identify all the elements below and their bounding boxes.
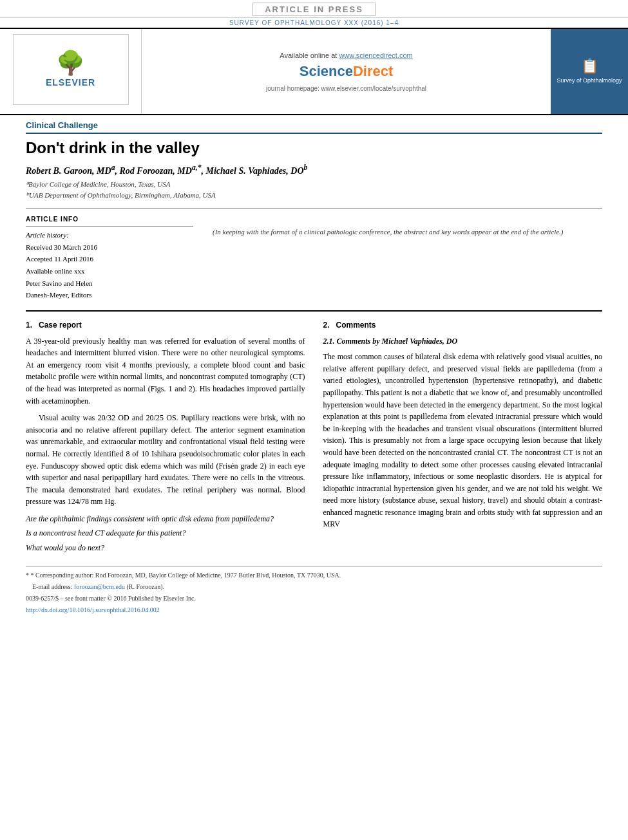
- section2-num: 2.: [323, 321, 330, 330]
- info-columns: ARTICLE INFO Article history: Received 3…: [26, 214, 602, 301]
- article-history-label: Article history:: [26, 229, 193, 241]
- sciencedirect-brand: ScienceDirect: [300, 63, 394, 80]
- section1-para1: A 39-year-old previously healthy man was…: [26, 335, 305, 407]
- question3-text: What would you do next?: [26, 543, 104, 552]
- divider-1: [26, 208, 602, 209]
- aip-text: ARTICLE IN PRESS: [252, 3, 376, 16]
- journal-homepage: journal homepage: www.elsevier.com/locat…: [266, 85, 426, 92]
- section1-question3: What would you do next?: [26, 542, 305, 554]
- section1-title: 1. Case report: [26, 319, 305, 331]
- header-right-logo: 📋 Survey of Ophthalmology: [551, 29, 628, 114]
- article-title: Don't drink in the valley: [26, 139, 602, 157]
- sup-b: b: [304, 163, 308, 172]
- section1-question1: Are the ophthalmic findings consistent w…: [26, 513, 305, 525]
- editors-line1: Peter Savino and Helen: [26, 277, 193, 290]
- authors: Robert B. Garoon, MDa, Rod Foroozan, MDa…: [26, 163, 602, 176]
- article-info: ARTICLE INFO Article history: Received 3…: [26, 214, 193, 301]
- received-date: Received 30 March 2016: [26, 241, 193, 254]
- section1-para2-text: Visual acuity was 20/32 OD and 20/25 OS.…: [26, 413, 305, 506]
- elsevier-label: ELSEVIER: [46, 77, 95, 88]
- author-names: Robert B. Garoon, MDa, Rod Foroozan, MDa…: [26, 166, 307, 176]
- footer-area: * * Corresponding author: Rod Foroozan, …: [26, 566, 602, 615]
- footer-doi[interactable]: http://dx.doi.org/10.1016/j.survophthal.…: [26, 605, 602, 615]
- article-info-title: ARTICLE INFO: [26, 214, 193, 227]
- survey-icon: 📋: [581, 58, 598, 75]
- right-note-text: (In keeping with the format of a clinica…: [213, 228, 563, 236]
- article-right-note: (In keeping with the format of a clinica…: [213, 214, 602, 301]
- accepted-date: Accepted 11 April 2016: [26, 253, 193, 265]
- doi-link[interactable]: http://dx.doi.org/10.1016/j.survophthal.…: [26, 606, 160, 613]
- question2-text: Is a noncontrast head CT adequate for th…: [26, 528, 186, 537]
- col-right: 2. Comments 2.1. Comments by Michael Vap…: [323, 319, 603, 557]
- main-content: Clinical Challenge Don't drink in the va…: [0, 115, 628, 615]
- section-label: Clinical Challenge: [26, 115, 602, 134]
- brand-part2: Direct: [353, 63, 393, 79]
- footnote-star: *: [26, 572, 29, 579]
- header-center: Available online at www.sciencedirect.co…: [142, 29, 551, 114]
- affiliations: ᵃBaylor College of Medicine, Houston, Te…: [26, 179, 602, 201]
- survey-title: Survey of Ophthalmology: [557, 77, 622, 85]
- section2-para1: The most common causes of bilateral disk…: [323, 351, 603, 530]
- affil-b: ᵇUAB Department of Ophthalmology, Birmin…: [26, 190, 602, 201]
- body-columns: 1. Case report A 39-year-old previously …: [26, 310, 602, 557]
- editors-line2: Danesh-Meyer, Editors: [26, 289, 193, 301]
- section1-num: 1.: [26, 321, 32, 330]
- available-online-xxx: Available online xxx: [26, 265, 193, 277]
- footer-star-text: * Corresponding author: Rod Foroozan, MD…: [31, 572, 341, 579]
- elsevier-logo-box: 🌳 ELSEVIER: [13, 34, 129, 105]
- sciencedirect-url[interactable]: www.sciencedirect.com: [339, 51, 412, 59]
- header-row: 🌳 ELSEVIER Available online at www.scien…: [0, 28, 628, 115]
- question1-text: Are the ophthalmic findings consistent w…: [26, 514, 274, 523]
- email-link[interactable]: foroozan@bcm.edu: [74, 583, 125, 590]
- subsection-title: 2.1. Comments by Michael Vaphiades, DO: [323, 335, 603, 348]
- sup-a: a: [111, 163, 115, 172]
- email-note: (R. Foroozan).: [126, 583, 164, 590]
- elsevier-tree-icon: 🌳: [56, 51, 85, 75]
- footer-issn: 0039-6257/$ – see front matter © 2016 Pu…: [26, 593, 602, 604]
- section2-heading: Comments: [336, 321, 376, 330]
- header-logo: 🌳 ELSEVIER: [0, 29, 142, 114]
- available-online-text: Available online at www.sciencedirect.co…: [280, 51, 412, 59]
- footer-star-note: * * Corresponding author: Rod Foroozan, …: [26, 570, 602, 581]
- section1-heading: Case report: [39, 321, 82, 330]
- email-label: E-mail address:: [32, 583, 72, 590]
- journal-ref: SURVEY OF OPHTHALMOLOGY XXX (2016) 1–4: [0, 18, 628, 28]
- footer-email-row: E-mail address: foroozan@bcm.edu (R. For…: [26, 582, 602, 592]
- brand-part1: Science: [300, 63, 353, 79]
- section1-question2: Is a noncontrast head CT adequate for th…: [26, 527, 305, 539]
- article-in-press-banner: ARTICLE IN PRESS: [0, 0, 628, 18]
- col-left: 1. Case report A 39-year-old previously …: [26, 319, 305, 557]
- section1-para2: Visual acuity was 20/32 OD and 20/25 OS.…: [26, 412, 305, 508]
- affil-a: ᵃBaylor College of Medicine, Houston, Te…: [26, 179, 602, 191]
- sup-a2: a,*: [192, 163, 202, 172]
- section2-title: 2. Comments: [323, 319, 603, 331]
